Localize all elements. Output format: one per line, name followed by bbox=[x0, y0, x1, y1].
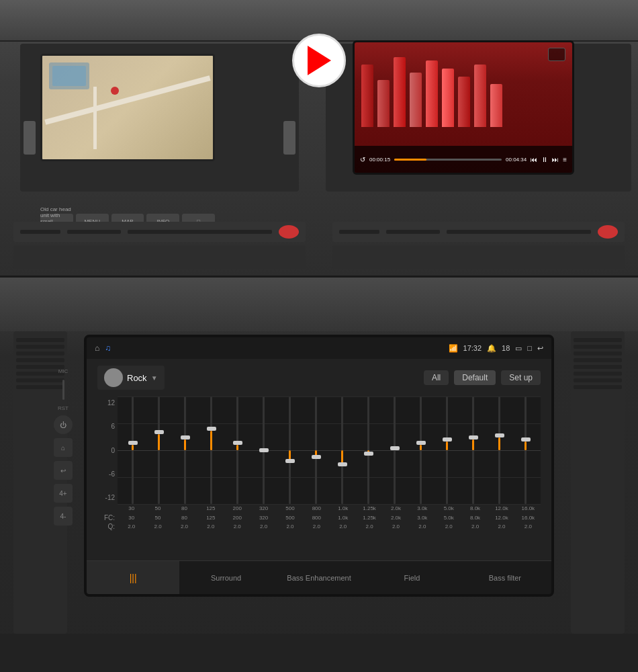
back-button[interactable]: ↩ bbox=[54, 461, 73, 480]
q-value-10: 2.0 bbox=[383, 523, 408, 530]
arrow-icon bbox=[308, 46, 331, 75]
eq-bar-8[interactable] bbox=[330, 396, 355, 504]
bass-filter-label: Bass filter bbox=[489, 574, 521, 582]
freq-label-0: 30 bbox=[119, 505, 144, 511]
back-nav-icon[interactable]: ↩ bbox=[537, 344, 543, 353]
comparison-arrow bbox=[292, 34, 346, 87]
bass-enhancement-label: Bass Enhancement bbox=[287, 574, 351, 582]
eq-bar-11[interactable] bbox=[408, 396, 433, 504]
q-value-9: 2.0 bbox=[357, 523, 381, 530]
freq-label-5: 320 bbox=[251, 505, 276, 511]
default-button[interactable]: Default bbox=[454, 370, 496, 385]
q-value-13: 2.0 bbox=[463, 523, 488, 530]
freq-label-9: 1.25k bbox=[357, 505, 381, 511]
fc-value-2: 80 bbox=[172, 515, 197, 521]
eq-label-0: 0 bbox=[97, 447, 118, 454]
fc-value-7: 800 bbox=[304, 515, 329, 521]
eq-bar-12[interactable] bbox=[435, 396, 459, 504]
eq-fc-row: FC: 3050801252003205008001.0k1.25k2.0k3.… bbox=[97, 514, 541, 521]
setup-button[interactable]: Set up bbox=[501, 370, 541, 385]
freq-label-10: 2.0k bbox=[383, 505, 408, 511]
eq-tab-icon: ||| bbox=[130, 573, 137, 583]
main-car-unit: MIC RST ⏻ ⌂ ↩ 4+ 4- ⌂ ♫ 📶 17:32 🔔 18 bbox=[84, 335, 554, 617]
side-buttons: MIC RST ⏻ ⌂ ↩ 4+ 4- bbox=[54, 368, 73, 526]
freq-label-2: 80 bbox=[172, 505, 197, 511]
eq-bar-9[interactable] bbox=[356, 396, 381, 504]
old-unit-right-btn bbox=[283, 121, 295, 155]
q-value-5: 2.0 bbox=[251, 523, 276, 530]
fc-value-13: 8.0k bbox=[463, 515, 488, 521]
freq-label-6: 500 bbox=[277, 505, 302, 511]
eq-bar-6[interactable] bbox=[277, 396, 302, 504]
home-button[interactable]: ⌂ bbox=[54, 438, 73, 457]
play-pause-btn[interactable]: ⏸ bbox=[541, 156, 548, 163]
music-icon: ♫ bbox=[105, 343, 111, 353]
screen-icon: □ bbox=[527, 344, 532, 352]
fc-value-12: 5.0k bbox=[437, 515, 461, 521]
q-value-4: 2.0 bbox=[225, 523, 250, 530]
eq-label-12: 12 bbox=[97, 399, 118, 407]
fc-value-5: 320 bbox=[251, 515, 276, 521]
top-comparison-section: Old car head unit with small navigation … bbox=[0, 0, 638, 276]
eq-bar-2[interactable] bbox=[173, 396, 197, 504]
surround-tab[interactable]: Surround bbox=[179, 561, 272, 594]
playlist-btn[interactable]: ≡ bbox=[563, 156, 567, 163]
screen-status-bar: ⌂ ♫ 📶 17:32 🔔 18 ▭ □ ↩ bbox=[87, 337, 551, 359]
bass-filter-tab[interactable]: Bass filter bbox=[459, 561, 551, 594]
eq-tab[interactable]: ||| bbox=[87, 561, 179, 594]
eq-actions: All Default Set up bbox=[424, 370, 541, 385]
progress-bar[interactable] bbox=[394, 159, 502, 161]
eq-bar-3[interactable] bbox=[199, 396, 224, 504]
mic-label: MIC bbox=[58, 368, 69, 374]
eq-label-neg12: -12 bbox=[97, 494, 118, 501]
all-button[interactable]: All bbox=[424, 370, 449, 385]
moon-icon: 🔔 bbox=[487, 344, 496, 353]
q-value-7: 2.0 bbox=[304, 523, 329, 530]
volume-down-button[interactable]: 4- bbox=[54, 507, 73, 526]
volume-up-button[interactable]: 4+ bbox=[54, 484, 73, 503]
freq-label-14: 12.0k bbox=[489, 505, 514, 511]
preset-dropdown-icon: ▼ bbox=[151, 374, 158, 382]
field-tab[interactable]: Field bbox=[365, 561, 458, 594]
prev-btn[interactable]: ⏮ bbox=[531, 156, 537, 163]
q-label: Q: bbox=[97, 523, 118, 530]
power-button[interactable]: ⏻ bbox=[54, 415, 73, 434]
preset-selector[interactable]: Rock ▼ bbox=[97, 366, 165, 390]
eq-bar-7[interactable] bbox=[304, 396, 328, 504]
bottom-eq-section: MIC RST ⏻ ⌂ ↩ 4+ 4- ⌂ ♫ 📶 17:32 🔔 18 bbox=[0, 278, 638, 672]
eq-content: Rock ▼ All Default Set up 12 6 0 bbox=[87, 359, 551, 560]
fc-value-1: 50 bbox=[145, 515, 170, 521]
q-value-14: 2.0 bbox=[489, 523, 514, 530]
eq-bar-1[interactable] bbox=[146, 396, 171, 504]
battery-count: 18 bbox=[502, 344, 510, 352]
eq-bar-15[interactable] bbox=[513, 396, 538, 504]
eq-bar-13[interactable] bbox=[461, 396, 486, 504]
old-unit-panel: Old car head unit with small navigation … bbox=[0, 0, 319, 276]
q-value-0: 2.0 bbox=[119, 523, 144, 530]
eq-bars-container bbox=[118, 396, 541, 504]
main-screen: ⌂ ♫ 📶 17:32 🔔 18 ▭ □ ↩ bbox=[84, 335, 554, 597]
q-value-11: 2.0 bbox=[410, 523, 435, 530]
next-btn[interactable]: ⏭ bbox=[552, 156, 559, 163]
eq-freq-row: 3050801252003205008001.0k1.25k2.0k3.0k5.… bbox=[97, 504, 541, 513]
rst-label: RST bbox=[58, 405, 69, 411]
freq-label-11: 3.0k bbox=[410, 505, 435, 511]
eq-bar-4[interactable] bbox=[225, 396, 250, 504]
eq-bar-10[interactable] bbox=[382, 396, 407, 504]
tab-bar: ||| Surround Bass Enhancement Field Bass… bbox=[87, 560, 551, 594]
preset-name: Rock bbox=[127, 373, 147, 383]
fc-value-15: 16.0k bbox=[516, 515, 541, 521]
eq-label-6: 6 bbox=[97, 423, 118, 430]
eq-header: Rock ▼ All Default Set up bbox=[97, 366, 541, 390]
q-value-3: 2.0 bbox=[198, 523, 223, 530]
q-value-12: 2.0 bbox=[437, 523, 461, 530]
freq-label-13: 8.0k bbox=[463, 505, 488, 511]
eq-bar-14[interactable] bbox=[487, 396, 512, 504]
replay-icon[interactable]: ↺ bbox=[360, 156, 365, 163]
eq-bar-0[interactable] bbox=[120, 396, 145, 504]
wifi-icon: 📶 bbox=[449, 344, 458, 353]
bass-enhancement-tab[interactable]: Bass Enhancement bbox=[273, 561, 365, 594]
surround-label: Surround bbox=[211, 574, 241, 582]
eq-label-neg6: -6 bbox=[97, 470, 118, 478]
eq-bar-5[interactable] bbox=[251, 396, 276, 504]
